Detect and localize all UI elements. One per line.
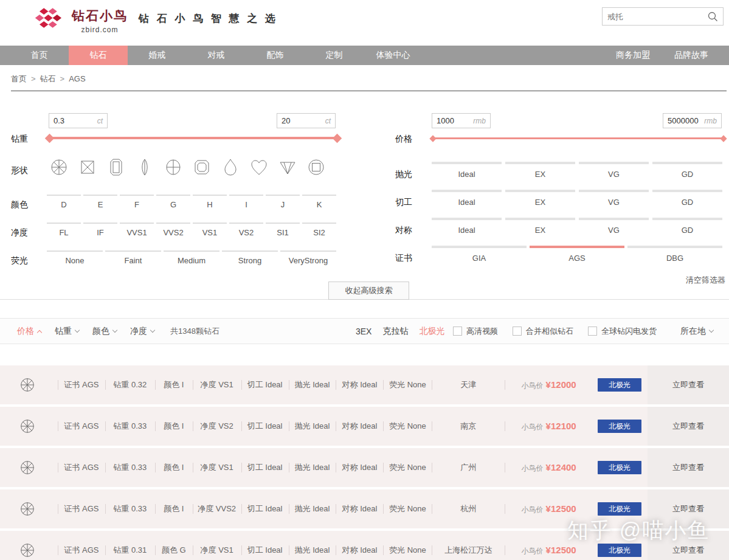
shape-marquise-icon[interactable]: [134, 157, 155, 178]
diamond-row[interactable]: 证书 AGS 钻重 0.33 颜色 I 净度 VS2 切工 Ideal 抛光 I…: [0, 407, 729, 446]
price-min-input[interactable]: [437, 116, 471, 125]
price-slider-max-handle[interactable]: [720, 135, 727, 142]
fluorescence-option[interactable]: Medium: [164, 251, 219, 265]
option-bar: [652, 190, 722, 192]
clarity-option[interactable]: VS2: [229, 223, 263, 237]
certificate-option-dbg[interactable]: DBG: [627, 246, 722, 263]
color-option[interactable]: D: [47, 195, 81, 209]
cut-option[interactable]: GD: [652, 190, 722, 207]
row-symmetry: 对称 Ideal: [336, 379, 383, 390]
polish-option[interactable]: VG: [579, 162, 649, 179]
color-option[interactable]: H: [193, 195, 227, 209]
price-label: 小鸟价: [522, 423, 544, 431]
checkbox-icon[interactable]: [588, 327, 597, 336]
check-global-fast-ship[interactable]: 全球钻闪电发货: [588, 326, 657, 337]
shape-oval-icon[interactable]: [163, 157, 184, 178]
carat-max-input[interactable]: [282, 116, 323, 125]
clarity-option[interactable]: IF: [83, 223, 117, 237]
clarity-option[interactable]: VS1: [193, 223, 227, 237]
sort-color[interactable]: 颜色: [92, 326, 117, 337]
color-option[interactable]: I: [229, 195, 263, 209]
polish-option[interactable]: Ideal: [432, 162, 502, 179]
aurora-badge: 北极光: [598, 544, 641, 557]
row-cut: 切工 Ideal: [241, 421, 289, 432]
shape-asscher-icon[interactable]: [306, 157, 326, 178]
polish-option[interactable]: GD: [652, 162, 722, 179]
option-bar: [266, 223, 300, 224]
cut-option[interactable]: VG: [579, 190, 649, 207]
color-option[interactable]: G: [156, 195, 190, 209]
option-bar: [164, 251, 219, 252]
row-polish: 抛光 Ideal: [289, 379, 336, 390]
option-bar: [432, 162, 502, 164]
carat-min-input[interactable]: [54, 116, 95, 125]
price-value: ¥12500: [546, 503, 576, 514]
quick-filter-3ex[interactable]: 3EX: [356, 327, 371, 336]
fluorescence-option[interactable]: None: [47, 251, 103, 265]
view-now-button[interactable]: 立即查看: [648, 407, 729, 446]
shape-heart-icon[interactable]: [249, 157, 269, 178]
color-option[interactable]: F: [120, 195, 154, 209]
sort-price[interactable]: 价格: [17, 326, 41, 337]
carat-slider-min-handle[interactable]: [45, 134, 55, 143]
carat-min-box: ct: [49, 113, 108, 128]
fluorescence-option[interactable]: VeryStrong: [280, 251, 336, 265]
clarity-filter-label: 净度: [11, 227, 28, 238]
color-option[interactable]: K: [302, 195, 336, 209]
price-slider-min-handle[interactable]: [429, 135, 436, 142]
quick-filter-carat-diamond[interactable]: 克拉钻: [382, 326, 408, 337]
check-merge-similar[interactable]: 合并相似钻石: [513, 326, 573, 337]
shape-emerald-icon[interactable]: [106, 157, 126, 178]
sort-carat[interactable]: 钻重: [55, 326, 79, 337]
collapse-advanced-search-button[interactable]: 收起高级搜索: [328, 282, 409, 300]
price-max-input[interactable]: [668, 116, 702, 125]
price-slider-track[interactable]: [433, 137, 724, 139]
clarity-option[interactable]: SI1: [266, 223, 300, 237]
price-slider[interactable]: [433, 134, 724, 142]
row-polish: 抛光 Ideal: [289, 545, 336, 556]
clarity-option[interactable]: SI2: [302, 223, 336, 237]
symmetry-option[interactable]: EX: [505, 218, 575, 235]
certificate-option-gia[interactable]: GIA: [432, 246, 527, 263]
shape-pear-icon[interactable]: [220, 157, 241, 178]
symmetry-option[interactable]: VG: [579, 218, 649, 235]
view-now-button[interactable]: 立即查看: [648, 365, 729, 404]
carat-slider[interactable]: [49, 134, 338, 142]
option-bar: [432, 246, 527, 248]
shape-princess-icon[interactable]: [77, 157, 98, 178]
polish-option[interactable]: EX: [505, 162, 575, 179]
option-bar: [120, 223, 154, 224]
shape-radiant-icon[interactable]: [192, 157, 212, 178]
symmetry-option[interactable]: GD: [652, 218, 722, 235]
carat-slider-track[interactable]: [49, 137, 338, 139]
quick-filter-aurora[interactable]: 北极光: [419, 326, 444, 337]
cut-option[interactable]: EX: [505, 190, 575, 207]
price-label: 小鸟价: [522, 381, 544, 390]
location-filter[interactable]: 所在地: [680, 319, 713, 344]
cut-option[interactable]: Ideal: [432, 190, 502, 207]
clear-filters-link[interactable]: 清空筛选器: [686, 275, 725, 286]
certificate-option-ags[interactable]: AGS: [530, 246, 624, 263]
diamond-row[interactable]: 证书 AGS 钻重 0.32 颜色 I 净度 VS1 切工 Ideal 抛光 I…: [0, 365, 729, 404]
clarity-option[interactable]: VVS2: [156, 223, 190, 237]
option-bar: [47, 195, 81, 196]
checkbox-icon[interactable]: [513, 327, 522, 336]
fluorescence-option[interactable]: Strong: [222, 251, 278, 265]
diamond-row[interactable]: 证书 AGS 钻重 0.33 颜色 I 净度 VS1 切工 Ideal 抛光 I…: [0, 448, 729, 487]
symmetry-option[interactable]: Ideal: [432, 218, 502, 235]
fluorescence-option[interactable]: Faint: [105, 251, 161, 265]
checkbox-icon[interactable]: [453, 327, 462, 336]
carat-slider-max-handle[interactable]: [333, 134, 342, 143]
carat-max-box: ct: [277, 113, 336, 128]
option-bar: [530, 246, 624, 248]
sort-clarity[interactable]: 净度: [130, 326, 154, 337]
row-cut: 切工 Ideal: [241, 545, 289, 556]
shape-round-icon[interactable]: [49, 157, 69, 178]
view-now-button[interactable]: 立即查看: [648, 448, 729, 487]
clarity-option[interactable]: FL: [47, 223, 81, 237]
color-option[interactable]: E: [83, 195, 117, 209]
color-option[interactable]: J: [266, 195, 300, 209]
check-hd-video[interactable]: 高清视频: [453, 326, 498, 337]
clarity-option[interactable]: VVS1: [120, 223, 154, 237]
shape-trillion-icon[interactable]: [277, 157, 298, 178]
